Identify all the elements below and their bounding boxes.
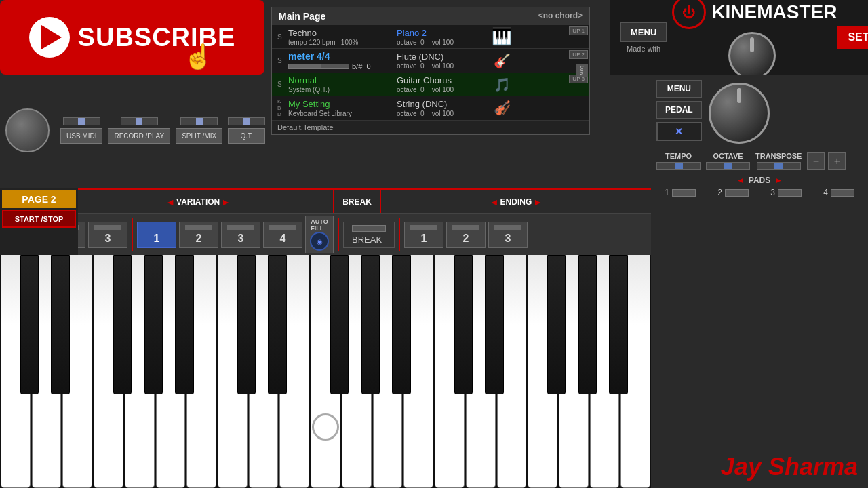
cursor-icon: ☝ xyxy=(183,43,214,71)
split-mix-button[interactable]: SPLIT /MIX xyxy=(176,128,222,144)
track-name: Techno xyxy=(288,28,383,38)
pad-3[interactable]: 3 xyxy=(770,188,802,197)
flute-icon: 🎸 xyxy=(485,53,519,69)
pad-2[interactable]: 2 xyxy=(717,188,749,197)
string-label: String (DNC) xyxy=(397,99,485,109)
start-stop-button[interactable]: START /STOP xyxy=(2,210,76,228)
minus-button[interactable]: − xyxy=(807,152,825,170)
record-play-section: RECORD /PLAY xyxy=(108,117,170,144)
subscribe-banner[interactable]: SUBSCRIBE ☝ xyxy=(0,0,264,75)
black-key[interactable] xyxy=(485,255,503,394)
plus-button[interactable]: + xyxy=(828,152,846,170)
track-instrument: Piano 2 xyxy=(397,28,485,38)
kinemaster-area: MENU Made with ⏻ KINEMASTER SET xyxy=(610,0,868,75)
variation-btn-3[interactable]: 3 xyxy=(221,222,260,248)
menu-button-right[interactable]: MENU xyxy=(656,80,702,98)
black-key[interactable] xyxy=(51,255,69,394)
rhythm-row: ◄ INTRO ► ◄ VARIATION ► BREAK ◄ ENDING ► xyxy=(0,188,651,214)
low-label: Low xyxy=(576,64,588,77)
pedal-button[interactable]: PEDAL xyxy=(656,101,702,119)
main-page-panel: Main Page <no chord> S Techno tempo 120 … xyxy=(271,7,590,135)
octave-slider[interactable] xyxy=(706,162,750,170)
break-label: BREAK xyxy=(342,197,372,207)
record-slider[interactable] xyxy=(121,117,158,125)
track-letter: KBD xyxy=(277,98,285,118)
black-key[interactable] xyxy=(361,255,380,394)
default-template: Default.Template xyxy=(272,121,589,134)
flute-label: Flute (DNC) xyxy=(397,52,485,62)
usb-midi-button[interactable]: USB MIDI xyxy=(60,128,102,144)
menu-button[interactable]: MENU xyxy=(620,22,667,42)
qt-section: Q.T. xyxy=(228,117,265,144)
black-key[interactable] xyxy=(20,255,39,394)
variation-btn-1[interactable]: 1 xyxy=(137,222,176,248)
black-key[interactable] xyxy=(330,255,349,394)
note-icon: 🎵 xyxy=(485,77,519,93)
rhythm-buttons-row: 1 2 3 1 2 3 4 AUTOFILL ◉ BREAK 1 xyxy=(0,214,651,255)
variation-btn-2[interactable]: 2 xyxy=(179,222,218,248)
pedal-indicator: ✕ xyxy=(675,126,683,137)
normal-label: Normal xyxy=(288,75,383,85)
intro-btn-3[interactable]: 3 xyxy=(88,222,127,248)
variation-btn-4[interactable]: 4 xyxy=(263,222,302,248)
black-key[interactable] xyxy=(578,255,597,394)
track-row[interactable]: KBD My Setting Keyboard Set Library Stri… xyxy=(272,96,589,121)
transpose-slider[interactable] xyxy=(757,162,801,170)
ending-btn-2[interactable]: 2 xyxy=(446,222,486,248)
black-key[interactable] xyxy=(454,255,473,394)
black-key[interactable] xyxy=(547,255,566,394)
black-key[interactable] xyxy=(268,255,286,394)
black-key[interactable] xyxy=(175,255,193,394)
left-knob[interactable] xyxy=(5,108,50,152)
pad-1[interactable]: 1 xyxy=(665,188,696,197)
chord-display: <no chord> xyxy=(538,11,583,22)
left-controls-panel: USB MIDI RECORD /PLAY SPLIT /MIX Q.T. xyxy=(0,75,271,186)
ending-btn-1[interactable]: 1 xyxy=(404,222,443,248)
record-play-button[interactable]: RECORD /PLAY xyxy=(108,128,170,144)
keys-container xyxy=(0,255,651,488)
up2-button[interactable]: UP 2 xyxy=(569,50,588,59)
meter-label: meter 4/4 xyxy=(288,51,383,62)
qt-slider[interactable] xyxy=(228,117,265,125)
page2-button[interactable]: PAGE 2 xyxy=(2,190,76,208)
track-letter: S xyxy=(277,81,285,88)
black-key[interactable] xyxy=(609,255,627,394)
power-icon: ⏻ xyxy=(672,0,706,29)
set-button[interactable]: SET xyxy=(837,26,868,49)
track-row[interactable]: S meter 4/4 b/# 0 Flute (DNC) octave 0 v… xyxy=(272,49,589,73)
page-controls: PAGE 2 START /STOP xyxy=(0,188,78,255)
keyboard-circle xyxy=(312,413,339,441)
split-mix-section: SPLIT /MIX xyxy=(176,117,222,144)
tempo-slider[interactable] xyxy=(656,162,701,170)
pad-4[interactable]: 4 xyxy=(823,188,854,197)
right-panel: MENU PEDAL ✕ TEMPO OCTAVE TRANSPOSE − + … xyxy=(651,75,868,190)
black-key[interactable] xyxy=(113,255,132,394)
up1-button[interactable]: UP 1 xyxy=(569,26,588,35)
track-row[interactable]: S Techno tempo 120 bpm 100% Piano 2 octa… xyxy=(272,25,589,49)
black-key[interactable] xyxy=(237,255,256,394)
pads-label: PADS xyxy=(749,176,770,185)
usb-midi-slider[interactable] xyxy=(63,117,100,125)
track-row[interactable]: S Normal System (Q.T.) Guitar Chorus oct… xyxy=(272,73,589,96)
main-knob[interactable] xyxy=(728,32,776,79)
pads-section: ◄ PADS ► 1 2 3 4 xyxy=(651,173,868,200)
variation-label: VARIATION xyxy=(176,197,220,207)
right-main-knob[interactable] xyxy=(709,83,770,144)
piano-icon: 🎹 xyxy=(485,27,519,46)
tempo-octave-transpose: TEMPO OCTAVE TRANSPOSE − + xyxy=(651,149,868,173)
black-key[interactable] xyxy=(392,255,410,394)
panel-header: Main Page <no chord> xyxy=(272,7,589,25)
ending-btn-3[interactable]: 3 xyxy=(488,222,528,248)
break-button[interactable]: BREAK xyxy=(343,222,395,248)
keyboard xyxy=(0,255,651,488)
track-letter: S xyxy=(277,57,285,64)
black-key[interactable] xyxy=(144,255,163,394)
main-page-title: Main Page xyxy=(279,11,326,22)
track-letter: S xyxy=(277,33,285,41)
my-setting-label: My Setting xyxy=(288,99,383,109)
play-icon xyxy=(29,17,70,58)
split-slider[interactable] xyxy=(180,117,218,125)
auto-fill-button[interactable]: AUTOFILL ◉ xyxy=(305,216,334,253)
usb-midi-section: USB MIDI xyxy=(60,117,102,144)
qt-button[interactable]: Q.T. xyxy=(228,128,265,144)
